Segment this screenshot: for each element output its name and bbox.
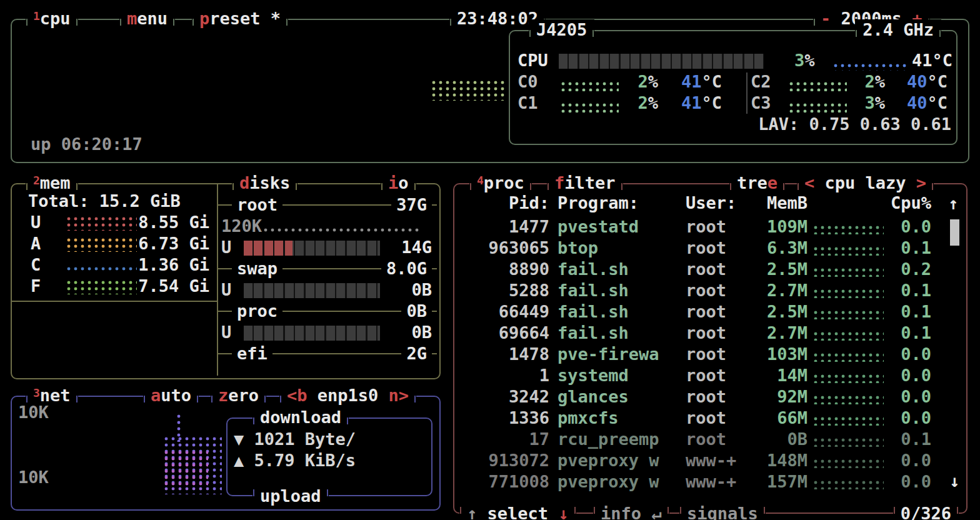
process-row[interactable]: 66449fail.shroot2.5M0.1 [454,302,966,323]
mem-avail-graph [67,238,137,252]
core-c1: C1 2% 41°C [518,92,736,114]
process-cpu-graph [814,268,884,277]
sort-prev-button[interactable]: < [804,173,814,192]
disk-efi-size: 2G [401,343,432,364]
process-cpu-graph [814,247,884,256]
disks-title[interactable]: disks [232,172,298,194]
net-prev-button[interactable]: <b [287,386,308,405]
mem-free-graph [67,281,137,294]
net-zero-button[interactable]: zero [211,385,266,406]
process-row[interactable]: 17rcu_preemproot0B0.1 [454,429,966,451]
process-cpu-graph [814,374,884,383]
process-row[interactable]: 5288fail.shroot2.7M0.1 [454,281,966,302]
tree-button[interactable]: tree [729,172,785,194]
process-cpu-graph [814,311,884,319]
cpu-hotkey: 1 [33,6,40,27]
disk-efi-name: efi [232,343,272,364]
net-speed-box: download ▼ 1021 Byte/ ▲ 5.79 KiB/s uploa… [226,418,432,496]
disk-swap-name: swap [232,258,282,279]
core-c0-graph [561,82,619,91]
net-next-button[interactable]: n> [389,386,409,405]
disk-proc-size: 0B [401,301,432,322]
mem-used-label: U [31,212,41,233]
mem-cached-value: 1.36 Gi [136,254,209,276]
mem-used-graph [67,217,137,231]
mem-total: Total: 15.2 GiB [28,191,181,212]
mem-free-value: 7.54 Gi [136,276,209,297]
mem-avail-value: 6.73 Gi [136,233,209,254]
disk-proc-used-label: U [221,322,231,343]
menu-button[interactable]: menu [119,8,175,29]
process-row[interactable]: 963065btoproot6.3M0.1 [454,238,966,259]
load-average: LAV: 0.75 0.63 0.61 [622,114,951,135]
mem-free-label: F [31,276,41,297]
download-row: ▼ 1021 Byte/ [234,429,356,450]
process-cpu-graph [814,459,884,468]
select-control: ↑ select ↓ [459,503,576,520]
signals-button[interactable]: signals [679,503,766,520]
cpu-history-graph [432,81,507,101]
disk-proc-name: proc [232,301,282,322]
mem-box: 2mem disks io Total: 15.2 GiB U 8.55 Gi … [11,183,441,379]
mem-used-value: 8.55 Gi [136,212,209,233]
sort-direction-icon: ↑ [948,193,958,214]
cpu-total-label: CPU [518,50,548,71]
net-scale-bottom: 10K [18,467,49,488]
net-box: 3net auto zero <b enp1s0 n> 10K 10K down… [11,396,441,511]
mem-hotkey: 2 [33,170,40,191]
disk-proc-used: 0B [411,322,432,343]
proc-box-title[interactable]: 4proc [469,172,532,194]
download-arrow-icon: ▼ [234,429,244,449]
process-row[interactable]: 69664fail.shroot2.7M0.1 [454,323,966,344]
process-cpu-graph [814,332,884,341]
cpu-box-title[interactable]: 1cpu [26,8,78,29]
net-interface-name: enp1s0 [318,386,379,405]
proc-box: 4proc filter tree < cpu lazy > Pid: Prog… [453,183,968,514]
disk-swap-used: 0B [411,279,432,301]
io-button[interactable]: io [381,172,416,194]
process-cpu-graph [814,481,884,489]
preset-star: * [271,9,281,28]
select-up-icon[interactable]: ↑ [467,504,477,520]
upload-arrow-icon: ▲ [234,451,244,470]
core-c3-graph [789,103,847,112]
mem-avail-label: A [31,233,41,254]
upload-value: 5.79 KiB/s [254,451,356,470]
process-row[interactable]: 3242glancesroot92M0.0 [454,387,966,408]
process-cpu-graph [814,226,884,234]
upload-row: ▲ 5.79 KiB/s [234,450,356,471]
preset-button[interactable]: preset * [192,8,288,29]
select-label: select [488,504,549,520]
cpu-total-meter [559,54,764,69]
process-row[interactable]: 771008pveproxy wwww-+157M0.0 [454,472,966,493]
process-row[interactable]: 1477pvestatdroot109M0.0 [454,217,966,238]
mem-cached-label: C [31,254,41,276]
process-cpu-graph [814,353,884,362]
disk-proc-meter [244,326,380,341]
process-row[interactable]: 1478pve-firewaroot103M0.0 [454,344,966,366]
process-cpu-graph [814,289,884,298]
info-button[interactable]: info ↵ [593,503,669,520]
core-divider [746,72,748,114]
interval-minus-button[interactable]: - [821,9,831,28]
core-c2: C2 2% 40°C [751,71,969,92]
filter-button[interactable]: filter [547,172,623,194]
net-auto-button[interactable]: auto [143,385,199,406]
process-cpu-graph [814,396,884,404]
cpu-model: J4205 [529,19,594,41]
net-hotkey: 3 [33,382,40,404]
proc-header-row: Pid: Program: User: MemB Cpu% ↑ [454,193,966,214]
core-c1-graph [561,103,619,112]
sort-value: cpu lazy [825,173,906,192]
process-row[interactable]: 913072pveproxy wwww-+148M0.0 [454,451,966,472]
cpu-total-temp: 41°C [901,50,952,71]
disk-root-name: root [232,194,282,216]
process-row[interactable]: 8890fail.shroot2.5M0.2 [454,259,966,281]
select-down-icon[interactable]: ↓ [558,504,568,520]
proc-hotkey: 4 [477,170,484,191]
process-row[interactable]: 1systemdroot14M0.0 [454,366,966,387]
process-count: 0/326 [893,503,959,520]
cpu-box: 1cpu menu preset * 23:48:02 - 2000ms + u… [11,19,969,163]
process-row[interactable]: 1336pmxcfsroot66M0.0 [454,408,966,429]
sort-next-button[interactable]: > [916,173,926,192]
